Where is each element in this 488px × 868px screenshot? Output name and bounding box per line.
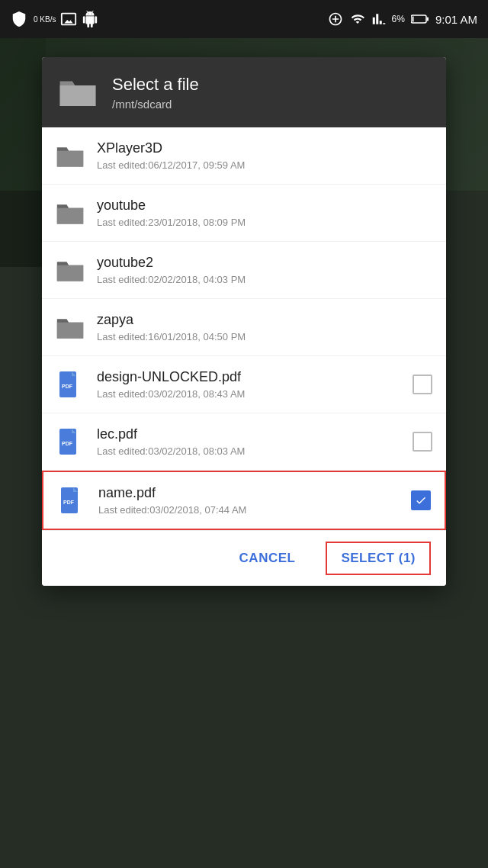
- clock: 9:01 AM: [435, 13, 477, 26]
- folder-icon: [56, 254, 85, 286]
- svg-text:PDF: PDF: [62, 384, 73, 389]
- wifi-icon: [349, 12, 366, 26]
- file-meta: Last edited:03/02/2018, 08:43 AM: [97, 388, 413, 400]
- file-list: XPlayer3DLast edited:06/12/2017, 09:59 A…: [42, 127, 446, 530]
- dialog-footer: CANCEL SELECT (1): [42, 530, 446, 586]
- file-picker-dialog: Select a file /mnt/sdcard XPlayer3DLast …: [42, 57, 446, 586]
- list-item[interactable]: PDF name.pdfLast edited:03/02/2018, 07:4…: [42, 471, 446, 530]
- file-meta: Last edited:02/02/2018, 04:03 PM: [97, 274, 432, 285]
- folder-icon: [56, 311, 85, 343]
- file-name: zapya: [97, 311, 432, 329]
- file-meta: Last edited:06/12/2017, 09:59 AM: [97, 159, 432, 171]
- list-item[interactable]: XPlayer3DLast edited:06/12/2017, 09:59 A…: [42, 127, 446, 185]
- list-item[interactable]: PDF lec.pdfLast edited:03/02/2018, 08:03…: [42, 413, 446, 471]
- svg-rect-1: [426, 18, 429, 21]
- folder-icon: [56, 140, 85, 172]
- file-info: zapyaLast edited:16/01/2018, 04:50 PM: [97, 311, 432, 342]
- battery-indicator: 6%: [392, 14, 405, 24]
- svg-rect-2: [412, 17, 413, 22]
- image-icon: [60, 11, 77, 27]
- file-meta: Last edited:03/02/2018, 07:44 AM: [98, 504, 411, 516]
- file-checkbox[interactable]: [413, 375, 432, 394]
- circle-plus-icon: [328, 11, 343, 27]
- pdf-icon: PDF: [57, 484, 86, 516]
- svg-text:PDF: PDF: [63, 500, 75, 505]
- file-info: lec.pdfLast edited:03/02/2018, 08:03 AM: [97, 426, 413, 456]
- status-left: 0 KB/s: [11, 11, 98, 27]
- status-right: 6% 9:01 AM: [328, 11, 477, 27]
- list-item[interactable]: youtubeLast edited:23/01/2018, 08:09 PM: [42, 185, 446, 242]
- data-rate: 0 KB/s: [34, 15, 56, 24]
- file-info: youtubeLast edited:23/01/2018, 08:09 PM: [97, 197, 432, 227]
- list-item[interactable]: zapyaLast edited:16/01/2018, 04:50 PM: [42, 299, 446, 356]
- file-info: design-UNLOCKED.pdfLast edited:03/02/201…: [97, 368, 413, 399]
- file-name: youtube2: [97, 254, 432, 272]
- select-button[interactable]: SELECT (1): [326, 542, 431, 575]
- dialog-header: Select a file /mnt/sdcard: [42, 57, 446, 127]
- header-text: Select a file /mnt/sdcard: [112, 74, 199, 111]
- pdf-icon: PDF: [56, 426, 85, 458]
- pdf-icon: PDF: [56, 368, 85, 400]
- file-checkbox[interactable]: [411, 490, 431, 510]
- file-info: XPlayer3DLast edited:06/12/2017, 09:59 A…: [97, 140, 432, 170]
- file-info: youtube2Last edited:02/02/2018, 04:03 PM: [97, 254, 432, 285]
- status-bar: 0 KB/s 6% 9:01 AM: [0, 0, 488, 38]
- shield-icon: [11, 11, 27, 27]
- file-meta: Last edited:03/02/2018, 08:03 AM: [97, 445, 413, 457]
- file-name: XPlayer3D: [97, 140, 432, 157]
- file-info: name.pdfLast edited:03/02/2018, 07:44 AM: [98, 484, 411, 515]
- svg-text:PDF: PDF: [62, 441, 73, 446]
- list-item[interactable]: PDF design-UNLOCKED.pdfLast edited:03/02…: [42, 356, 446, 413]
- file-name: lec.pdf: [97, 426, 413, 443]
- folder-icon: [57, 76, 98, 109]
- file-meta: Last edited:16/01/2018, 04:50 PM: [97, 331, 432, 342]
- folder-icon: [56, 197, 85, 229]
- file-meta: Last edited:23/01/2018, 08:09 PM: [97, 217, 432, 228]
- battery-icon: [411, 13, 429, 25]
- file-name: youtube: [97, 197, 432, 214]
- android-icon: [82, 11, 98, 27]
- cancel-button[interactable]: CANCEL: [232, 543, 303, 574]
- list-item[interactable]: youtube2Last edited:02/02/2018, 04:03 PM: [42, 242, 446, 299]
- dialog-path: /mnt/sdcard: [112, 98, 199, 111]
- file-checkbox[interactable]: [413, 432, 432, 452]
- dialog-title: Select a file: [112, 74, 199, 96]
- file-name: name.pdf: [98, 484, 411, 502]
- file-name: design-UNLOCKED.pdf: [97, 368, 413, 386]
- signal-icon: [372, 12, 386, 26]
